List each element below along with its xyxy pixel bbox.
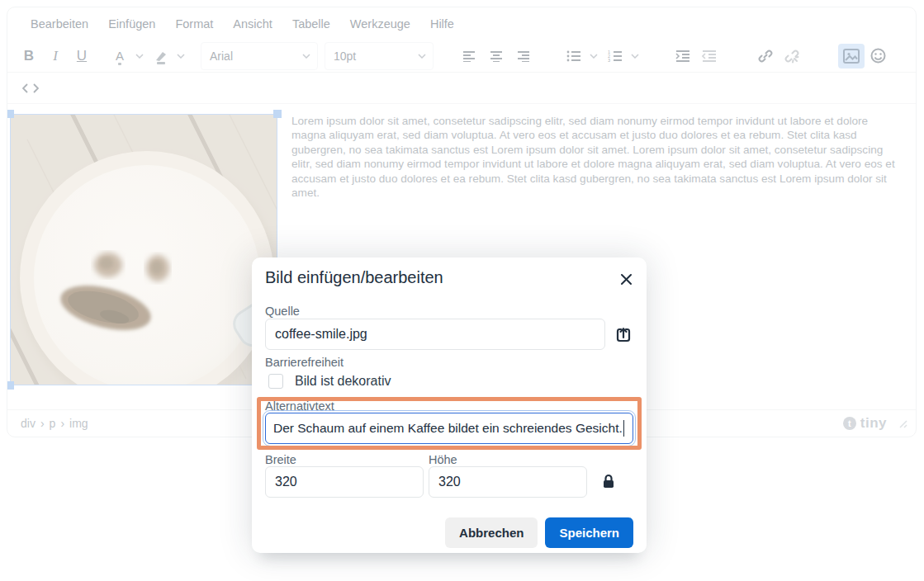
link-icon <box>758 49 773 64</box>
svg-text:3: 3 <box>608 58 610 62</box>
menu-werkzeuge[interactable]: Werkzeuge <box>342 14 419 34</box>
italic-button[interactable]: I <box>42 44 69 68</box>
align-left-button[interactable] <box>457 44 483 68</box>
brand-name: tiny <box>860 415 887 432</box>
pen-icon <box>154 50 168 62</box>
chevron-down-icon <box>302 54 310 59</box>
outdent-button[interactable] <box>696 44 723 68</box>
font-family-value: Arial <box>210 50 233 63</box>
alt-text-label: Alternativtext <box>265 399 334 413</box>
outdent-icon <box>702 50 717 62</box>
bullet-list-button[interactable] <box>561 44 587 68</box>
menu-hilfe[interactable]: Hilfe <box>422 14 462 34</box>
align-center-button[interactable] <box>483 44 509 68</box>
underline-button[interactable]: U <box>69 44 95 68</box>
image-dialog: Bild einfügen/bearbeiten Quelle Barriere… <box>252 257 647 553</box>
breadcrumb-img[interactable]: img <box>69 417 88 430</box>
unlink-button[interactable] <box>779 44 805 68</box>
decorative-checkbox-label[interactable]: Bild ist dekorativ <box>295 374 391 389</box>
numbered-list-icon: 123 <box>608 50 623 62</box>
align-right-button[interactable] <box>509 44 536 68</box>
breadcrumb-div[interactable]: div <box>21 417 36 430</box>
resize-handle-top-right[interactable] <box>273 110 282 118</box>
cancel-button[interactable]: Abbrechen <box>445 517 538 548</box>
text-color-button[interactable]: A <box>107 44 133 68</box>
coffee-photo <box>11 115 277 385</box>
highlight-color-button[interactable] <box>148 44 174 68</box>
align-center-icon <box>489 50 504 62</box>
save-button[interactable]: Speichern <box>545 517 633 548</box>
alt-text-input[interactable]: Der Schaum auf einem Kaffee bildet ein s… <box>265 413 633 444</box>
numbered-list-button[interactable]: 123 <box>602 44 628 68</box>
text-caret <box>623 420 625 437</box>
close-icon[interactable] <box>617 270 635 288</box>
secondary-toolbar <box>7 73 916 104</box>
chevron-down-icon[interactable] <box>587 44 600 68</box>
code-button[interactable] <box>17 76 44 101</box>
chevron-down-icon[interactable] <box>133 44 146 68</box>
font-family-select[interactable]: Arial <box>201 42 318 70</box>
menubar: Bearbeiten Einfügen Format Ansicht Tabel… <box>7 7 916 40</box>
screen: Bearbeiten Einfügen Format Ansicht Tabel… <box>0 0 924 581</box>
source-input[interactable] <box>265 319 605 350</box>
selected-image[interactable] <box>11 115 277 385</box>
height-label: Höhe <box>429 453 457 466</box>
image-icon <box>843 49 860 64</box>
image-button[interactable] <box>838 44 865 68</box>
unlink-icon <box>784 49 799 64</box>
emoji-button[interactable] <box>865 44 891 68</box>
dialog-footer: Abbrechen Speichern <box>445 517 633 548</box>
resize-handle-bottom-left[interactable] <box>7 381 14 390</box>
height-input[interactable] <box>429 466 587 498</box>
breadcrumb-separator: › <box>40 417 45 430</box>
toolbar: B I U A Arial 10pt <box>7 40 916 73</box>
font-size-select[interactable]: 10pt <box>325 42 434 70</box>
alt-text-value: Der Schaum auf einem Kaffee bildet ein s… <box>273 421 623 436</box>
chevron-down-icon <box>418 54 426 59</box>
width-input[interactable] <box>265 466 424 498</box>
menu-tabelle[interactable]: Tabelle <box>284 14 339 34</box>
lock-icon[interactable] <box>598 470 619 492</box>
accessibility-label: Barrierefreiheit <box>265 356 344 369</box>
emoji-icon <box>870 48 886 64</box>
indent-icon <box>675 50 690 62</box>
element-path-breadcrumb: div › p › img <box>21 417 88 430</box>
menu-ansicht[interactable]: Ansicht <box>225 14 281 34</box>
upload-icon[interactable] <box>613 324 634 346</box>
menu-bearbeiten[interactable]: Bearbeiten <box>22 14 97 34</box>
align-left-icon <box>462 50 477 62</box>
brand-icon: t <box>843 417 856 430</box>
chevron-down-icon[interactable] <box>174 44 187 68</box>
tiny-branding: t tiny <box>843 415 907 432</box>
width-label: Breite <box>265 453 296 466</box>
breadcrumb-p[interactable]: p <box>50 417 56 430</box>
indent-button[interactable] <box>670 44 696 68</box>
code-icon <box>22 83 39 93</box>
decorative-checkbox[interactable] <box>268 374 283 389</box>
resize-grip-icon[interactable] <box>898 418 907 428</box>
align-right-icon <box>515 50 530 62</box>
source-label: Quelle <box>265 305 300 318</box>
bullet-list-icon <box>566 50 581 62</box>
breadcrumb-separator: › <box>60 417 64 430</box>
bold-button[interactable]: B <box>16 44 42 68</box>
paragraph-text[interactable]: Lorem ipsum dolor sit amet, consetetur s… <box>291 114 899 200</box>
font-size-value: 10pt <box>334 50 356 63</box>
menu-format[interactable]: Format <box>167 14 221 34</box>
link-button[interactable] <box>752 44 779 68</box>
dialog-title: Bild einfügen/bearbeiten <box>265 268 443 287</box>
resize-handle-top-left[interactable] <box>7 110 14 118</box>
chevron-down-icon[interactable] <box>628 44 642 68</box>
menu-einfuegen[interactable]: Einfügen <box>100 14 163 34</box>
